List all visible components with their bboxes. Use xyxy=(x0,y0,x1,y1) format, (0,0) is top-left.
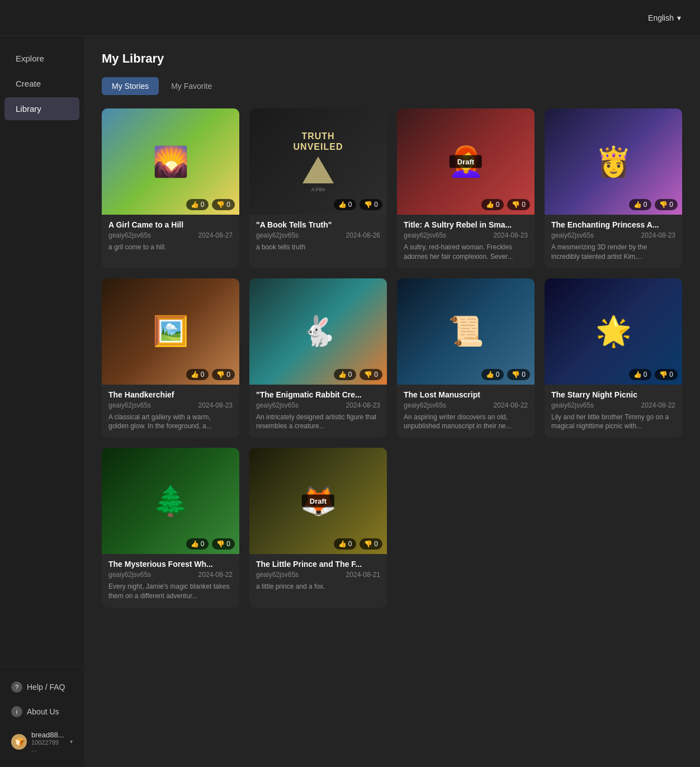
story-description: A classical art gallery with a warm, gol… xyxy=(108,413,233,432)
story-card[interactable]: TRUTHUNVEILED A Film 👍 0 👎 0 "A Book Tel… xyxy=(249,108,387,268)
vote-down-button[interactable]: 👎 0 xyxy=(655,199,678,210)
story-description: Every night, Jamie's magic blanket takes… xyxy=(108,582,233,601)
story-title: "A Book Tells Truth" xyxy=(256,220,380,229)
help-label: Help / FAQ xyxy=(27,683,65,692)
story-card[interactable]: 🐇 👍 0 👎 0 "The Enigmatic Rabbit Cre... g… xyxy=(249,278,387,438)
thumbs-down-icon: 👎 xyxy=(216,371,225,378)
story-title: The Starry Night Picnic xyxy=(551,390,675,399)
vote-down-button[interactable]: 👎 0 xyxy=(212,369,235,380)
story-date: 2024-08-23 xyxy=(198,401,233,409)
vote-up-count: 0 xyxy=(348,201,352,209)
story-image: 🌟 👍 0 👎 0 xyxy=(545,278,682,385)
vote-bar: 👍 0 👎 0 xyxy=(481,199,530,210)
vote-down-count: 0 xyxy=(669,201,673,209)
vote-down-button[interactable]: 👎 0 xyxy=(655,369,678,380)
story-title: "The Enigmatic Rabbit Cre... xyxy=(256,390,380,399)
vote-up-button[interactable]: 👍 0 xyxy=(186,369,209,380)
story-card[interactable]: 👸 👍 0 👎 0 The Enchanting Princess A... g… xyxy=(545,108,682,268)
sidebar-item-library[interactable]: Library xyxy=(4,97,79,120)
thumbs-up-icon: 👍 xyxy=(486,201,494,209)
story-image: 📜 👍 0 👎 0 xyxy=(397,278,535,385)
vote-up-button[interactable]: 👍 0 xyxy=(186,538,209,550)
stories-grid: 🌄 👍 0 👎 0 A Girl Came to a Hill geaiy62j… xyxy=(102,108,682,608)
story-card[interactable]: 👩‍🦰 Draft 👍 0 👎 0 Title: A Sultry Rebel … xyxy=(397,108,535,268)
story-card[interactable]: 🦊 Draft 👍 0 👎 0 The Little Prince and Th… xyxy=(249,448,387,608)
thumbs-down-icon: 👎 xyxy=(364,201,372,209)
story-info: The Mysterious Forest Wh... geaiy62jsv65… xyxy=(102,554,239,608)
story-author: geaiy62jsv65s xyxy=(404,231,446,239)
vote-up-button[interactable]: 👍 0 xyxy=(481,369,504,380)
story-image: 🐇 👍 0 👎 0 xyxy=(249,278,387,385)
thumbs-up-icon: 👍 xyxy=(486,371,494,378)
tab-my-favorite[interactable]: My Favorite xyxy=(161,77,222,95)
story-author: geaiy62jsv65s xyxy=(108,231,151,239)
vote-bar: 👍 0 👎 0 xyxy=(629,199,678,210)
vote-down-button[interactable]: 👎 0 xyxy=(360,538,382,550)
sidebar-item-create[interactable]: Create xyxy=(4,72,79,95)
story-card[interactable]: 🌟 👍 0 👎 0 The Starry Night Picnic geaiy6… xyxy=(545,278,682,438)
vote-up-button[interactable]: 👍 0 xyxy=(186,199,209,210)
thumbs-down-icon: 👎 xyxy=(216,201,225,209)
story-card[interactable]: 🌲 👍 0 👎 0 The Mysterious Forest Wh... ge… xyxy=(102,448,239,608)
topbar: English ▾ xyxy=(0,0,700,36)
vote-down-button[interactable]: 👎 0 xyxy=(507,369,530,380)
vote-down-button[interactable]: 👎 0 xyxy=(507,199,530,210)
story-title: The Handkerchief xyxy=(108,390,233,399)
story-meta: geaiy62jsv65s 2024-08-23 xyxy=(108,401,233,409)
sidebar: 🤖 C2St🤖ry Explore Create Library ? Help … xyxy=(0,0,84,767)
vote-up-button[interactable]: 👍 0 xyxy=(629,199,652,210)
story-info: A Girl Came to a Hill geaiy62jsv65s 2024… xyxy=(102,215,239,259)
thumbs-down-icon: 👎 xyxy=(659,371,668,378)
help-icon: ? xyxy=(11,681,22,693)
vote-down-button[interactable]: 👎 0 xyxy=(212,199,235,210)
user-profile[interactable]: 🍞 bread88... 10022789 ... ▾ xyxy=(4,725,79,758)
vote-up-count: 0 xyxy=(201,540,205,548)
story-meta: geaiy62jsv65s 2024-08-23 xyxy=(256,401,380,409)
tab-my-stories[interactable]: My Stories xyxy=(102,77,159,95)
vote-up-button[interactable]: 👍 0 xyxy=(334,538,357,550)
sidebar-item-about[interactable]: i About Us xyxy=(4,700,79,723)
user-name: bread88... xyxy=(31,731,65,739)
vote-down-count: 0 xyxy=(226,540,230,548)
vote-bar: 👍 0 👎 0 xyxy=(334,369,382,380)
thumbs-up-icon: 👍 xyxy=(633,371,642,378)
story-info: The Enchanting Princess A... geaiy62jsv6… xyxy=(545,215,682,268)
story-title: The Mysterious Forest Wh... xyxy=(108,560,233,569)
thumbs-up-icon: 👍 xyxy=(191,371,199,378)
sidebar-bottom: ? Help / FAQ i About Us 🍞 bread88... 100… xyxy=(0,666,84,767)
story-description: A mesmerizing 3D render by the incredibl… xyxy=(551,243,675,262)
story-description: a book tells truth xyxy=(256,243,380,252)
story-author: geaiy62jsv65s xyxy=(404,401,446,409)
story-meta: geaiy62jsv65s 2024-08-22 xyxy=(404,401,528,409)
vote-up-button[interactable]: 👍 0 xyxy=(629,369,652,380)
story-card[interactable]: 🌄 👍 0 👎 0 A Girl Came to a Hill geaiy62j… xyxy=(102,108,239,268)
sidebar-item-help[interactable]: ? Help / FAQ xyxy=(4,676,79,698)
story-card[interactable]: 🖼️ 👍 0 👎 0 The Handkerchief geaiy62jsv65… xyxy=(102,278,239,438)
sidebar-item-explore[interactable]: Explore xyxy=(4,47,79,70)
story-date: 2024-08-22 xyxy=(641,401,675,409)
story-description: Lily and her little brother Timmy go on … xyxy=(551,413,675,432)
story-date: 2024-08-23 xyxy=(494,231,528,239)
story-author: geaiy62jsv65s xyxy=(256,571,299,579)
vote-down-button[interactable]: 👎 0 xyxy=(212,538,235,550)
vote-up-button[interactable]: 👍 0 xyxy=(334,369,357,380)
user-chevron-icon: ▾ xyxy=(70,738,73,745)
story-description: a gril come to a hill. xyxy=(108,243,233,252)
story-description: An aspiring writer discovers an old, unp… xyxy=(404,413,528,432)
vote-up-button[interactable]: 👍 0 xyxy=(481,199,504,210)
thumbs-down-icon: 👎 xyxy=(364,371,372,378)
story-title: Title: A Sultry Rebel in Sma... xyxy=(404,220,528,229)
language-selector[interactable]: English ▾ xyxy=(642,10,687,26)
vote-up-count: 0 xyxy=(496,201,500,209)
story-date: 2024-08-22 xyxy=(494,401,528,409)
vote-up-button[interactable]: 👍 0 xyxy=(334,199,357,210)
story-date: 2024-08-22 xyxy=(198,571,233,579)
thumbs-up-icon: 👍 xyxy=(633,201,642,209)
vote-bar: 👍 0 👎 0 xyxy=(629,369,678,380)
vote-down-button[interactable]: 👎 0 xyxy=(360,199,382,210)
vote-bar: 👍 0 👎 0 xyxy=(186,199,235,210)
about-label: About Us xyxy=(27,707,59,716)
story-title: A Girl Came to a Hill xyxy=(108,220,233,229)
vote-down-button[interactable]: 👎 0 xyxy=(360,369,382,380)
story-card[interactable]: 📜 👍 0 👎 0 The Lost Manuscript geaiy62jsv… xyxy=(397,278,535,438)
